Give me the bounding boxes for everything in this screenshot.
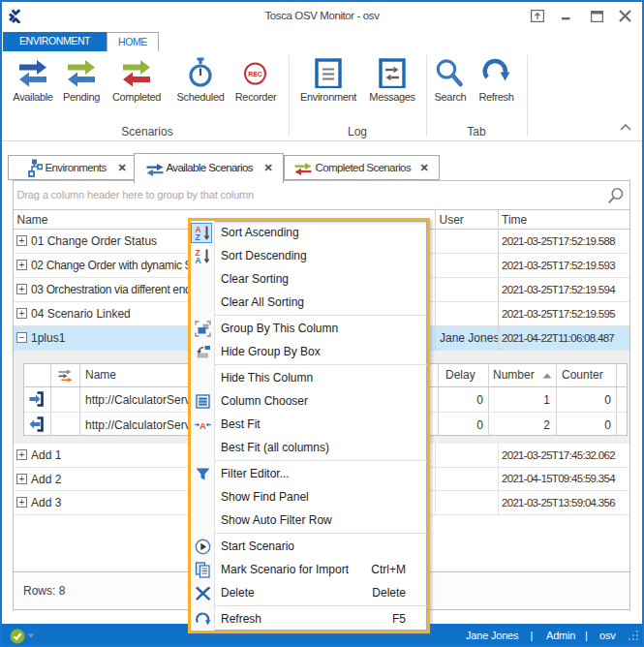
svg-text:REC: REC (248, 71, 261, 77)
svg-text:A: A (196, 256, 201, 264)
svg-text:Z: Z (196, 232, 200, 241)
svg-text:A: A (199, 419, 206, 430)
